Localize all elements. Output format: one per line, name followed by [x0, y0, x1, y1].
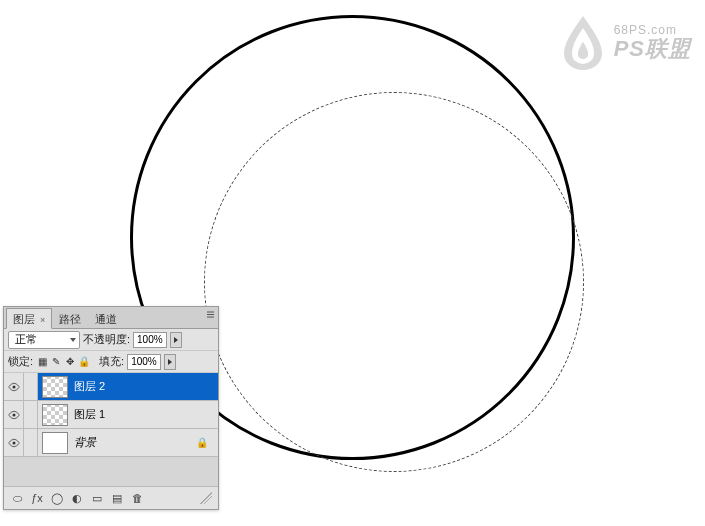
- tab-label: 路径: [59, 313, 81, 325]
- selection-marquee-circle: [204, 92, 584, 472]
- link-cell[interactable]: [24, 401, 38, 428]
- tab-paths[interactable]: 路径: [52, 308, 88, 329]
- svg-point-1: [12, 385, 15, 388]
- layer-mask-icon[interactable]: ◯: [50, 491, 64, 505]
- flame-drop-icon: [560, 14, 606, 70]
- tab-label: 图层: [13, 313, 35, 325]
- blend-opacity-row: 正常 不透明度: 100%: [4, 329, 218, 351]
- lock-buttons: ▦ ✎ ✥ 🔒: [36, 356, 90, 368]
- layer-thumbnail[interactable]: [42, 432, 68, 454]
- layer-style-icon[interactable]: ƒx: [30, 491, 44, 505]
- close-icon[interactable]: ×: [40, 315, 45, 325]
- lock-transparency-icon[interactable]: ▦: [36, 356, 48, 368]
- adjustment-layer-icon[interactable]: ◐: [70, 491, 84, 505]
- eye-icon: [8, 381, 20, 393]
- fill-flyout-button[interactable]: [164, 354, 176, 370]
- layer-list: 图层 2 图层 1 背景 🔒: [4, 373, 218, 457]
- tab-label: 通道: [95, 313, 117, 325]
- layer-row[interactable]: 图层 2: [4, 373, 218, 401]
- layer-name[interactable]: 图层 1: [74, 407, 105, 422]
- eye-icon: [8, 409, 20, 421]
- fill-label: 填充:: [99, 354, 124, 369]
- lock-position-icon[interactable]: ✥: [64, 356, 76, 368]
- panel-tabs: 图层 × 路径 通道: [4, 307, 218, 329]
- fill-input[interactable]: 100%: [127, 354, 161, 370]
- visibility-toggle[interactable]: [4, 373, 24, 400]
- lock-label: 锁定:: [8, 354, 33, 369]
- new-layer-icon[interactable]: ▤: [110, 491, 124, 505]
- svg-point-3: [12, 441, 15, 444]
- watermark: 68PS.com PS联盟: [560, 14, 691, 70]
- watermark-url: 68PS.com: [614, 24, 691, 36]
- opacity-input[interactable]: 100%: [133, 332, 167, 348]
- lock-fill-row: 锁定: ▦ ✎ ✥ 🔒 填充: 100%: [4, 351, 218, 373]
- tab-channels[interactable]: 通道: [88, 308, 124, 329]
- layer-thumbnail[interactable]: [42, 376, 68, 398]
- layer-name[interactable]: 图层 2: [74, 379, 105, 394]
- panel-footer: ⬭ ƒx ◯ ◐ ▭ ▤ 🗑: [4, 487, 218, 509]
- link-cell[interactable]: [24, 373, 38, 400]
- layer-row[interactable]: 背景 🔒: [4, 429, 218, 457]
- opacity-label: 不透明度:: [83, 332, 130, 347]
- lock-all-icon[interactable]: 🔒: [78, 356, 90, 368]
- layer-thumbnail[interactable]: [42, 404, 68, 426]
- resize-grip[interactable]: [200, 492, 212, 504]
- svg-point-2: [12, 413, 15, 416]
- blend-mode-select[interactable]: 正常: [8, 331, 80, 349]
- tab-layers[interactable]: 图层 ×: [6, 308, 52, 329]
- layer-name[interactable]: 背景: [74, 435, 96, 450]
- layer-list-empty-area[interactable]: [4, 457, 218, 487]
- layers-panel: 图层 × 路径 通道 正常 不透明度: 100% 锁定: ▦ ✎ ✥ 🔒 填充:…: [3, 306, 219, 510]
- link-layers-icon[interactable]: ⬭: [10, 491, 24, 505]
- watermark-brand: PS联盟: [614, 38, 691, 60]
- blend-mode-value: 正常: [15, 332, 37, 347]
- eye-icon: [8, 437, 20, 449]
- panel-menu-button[interactable]: [205, 309, 216, 320]
- visibility-toggle[interactable]: [4, 401, 24, 428]
- opacity-flyout-button[interactable]: [170, 332, 182, 348]
- lock-icon: 🔒: [196, 437, 208, 448]
- delete-layer-icon[interactable]: 🗑: [130, 491, 144, 505]
- group-icon[interactable]: ▭: [90, 491, 104, 505]
- lock-pixels-icon[interactable]: ✎: [50, 356, 62, 368]
- layer-row[interactable]: 图层 1: [4, 401, 218, 429]
- visibility-toggle[interactable]: [4, 429, 24, 456]
- link-cell[interactable]: [24, 429, 38, 456]
